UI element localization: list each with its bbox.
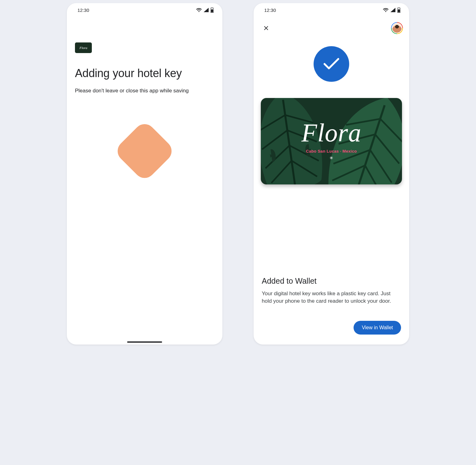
status-bar: 12:30 xyxy=(67,4,222,16)
loading-spinner xyxy=(113,120,176,183)
added-body: Your digital hotel key works like a plas… xyxy=(262,290,401,305)
account-avatar[interactable] xyxy=(391,22,403,34)
battery-icon xyxy=(211,7,214,13)
success-check-circle xyxy=(314,46,349,82)
battery-icon xyxy=(397,7,400,13)
signal-icon xyxy=(204,8,209,12)
wifi-icon xyxy=(196,8,202,12)
status-icons xyxy=(383,7,400,13)
status-time: 12:30 xyxy=(264,7,276,13)
status-bar: 12:30 xyxy=(254,4,409,16)
status-icons xyxy=(196,7,214,13)
home-indicator[interactable] xyxy=(127,341,162,343)
mini-card-brand: Flora xyxy=(79,46,87,50)
adding-subtext: Please don't leave or close this app whi… xyxy=(75,87,214,95)
adding-content: Flora Adding your hotel key Please don't… xyxy=(67,16,222,173)
phone-screen-adding: 12:30 Flora Adding your hotel key Please… xyxy=(67,3,222,345)
signal-icon xyxy=(390,8,395,12)
svg-rect-0 xyxy=(211,9,213,12)
close-icon xyxy=(263,25,270,32)
wifi-icon xyxy=(383,8,389,12)
card-brand-name: Flora xyxy=(301,120,361,146)
card-symbol: ✳ xyxy=(330,155,333,160)
adding-heading: Adding your hotel key xyxy=(75,67,214,80)
close-button[interactable] xyxy=(260,22,272,34)
hotel-mini-card: Flora xyxy=(75,42,92,53)
card-location: Cabo San Lucas · Mexico xyxy=(306,149,357,154)
added-heading: Added to Wallet xyxy=(262,277,401,286)
svg-rect-1 xyxy=(398,9,400,12)
check-icon xyxy=(323,58,340,70)
avatar-image xyxy=(392,23,402,33)
phone-screen-added: 12:30 Flora Cabo S xyxy=(254,3,409,345)
status-time: 12:30 xyxy=(77,7,89,13)
hotel-key-card: Flora Cabo San Lucas · Mexico ✳ xyxy=(261,98,402,184)
view-in-wallet-button[interactable]: View in Wallet xyxy=(354,321,401,335)
